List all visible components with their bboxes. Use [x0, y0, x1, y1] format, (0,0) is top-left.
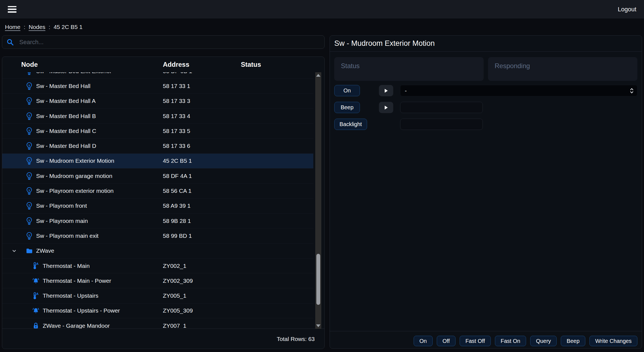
detail-body: Status Responding On - Beep Backlight — [330, 52, 642, 331]
table-row[interactable]: A Thermostat - Upstairs ZY005_1 — [2, 288, 313, 303]
action-button-query[interactable]: Query — [530, 336, 557, 346]
vertical-scrollbar[interactable] — [315, 72, 321, 329]
run-command-button[interactable] — [379, 85, 393, 96]
action-bar: OnOffFast OffFast OnQueryBeepWrite Chang… — [330, 331, 642, 348]
lightbulb-icon — [26, 172, 33, 180]
chevron-down-icon[interactable] — [12, 249, 26, 253]
node-address: 58 17 33 4 — [163, 113, 241, 119]
app-root: Logout Home:Nodes:45 2C B5 1 Node Addres… — [0, 0, 644, 352]
node-name: ZWave - Garage Mandoor — [43, 322, 110, 329]
beep-value-input[interactable] — [400, 102, 483, 113]
table-row[interactable]: Sw - Playroom main exit 58 99 BD 1 — [2, 228, 313, 243]
main-content: Node Address Status Sw - Master Bed Exit… — [0, 35, 644, 349]
lightbulb-icon — [26, 97, 33, 105]
search-box — [2, 35, 325, 49]
lightbulb-icon — [26, 232, 33, 240]
backlight-command-button[interactable]: Backlight — [334, 119, 367, 130]
node-name: Sw - Master Bed Hall — [36, 83, 90, 89]
table-row[interactable]: Sw - Playroom exterior motion 58 56 CA 1 — [2, 183, 313, 198]
scroll-up-arrow-icon[interactable] — [316, 74, 320, 77]
node-name: Sw - Playroom main exit — [36, 233, 98, 239]
table-row[interactable]: A Thermostat - Main ZY002_1 — [2, 258, 313, 273]
lock-icon — [32, 322, 39, 329]
node-name: Sw - Master Bed Hall A — [36, 98, 96, 104]
table-row[interactable]: Thermostat - Main - Power ZY002_309 — [2, 273, 313, 288]
command-value-select[interactable]: - — [400, 85, 637, 96]
scroll-down-arrow-icon[interactable] — [316, 324, 320, 327]
node-name: ZWave — [36, 247, 54, 254]
lightbulb-icon — [26, 187, 33, 195]
action-button-off[interactable]: Off — [437, 336, 456, 346]
status-card: Status — [334, 57, 484, 81]
table-row[interactable]: ZWave - Garage Mandoor ZY007_1 — [2, 318, 313, 329]
action-button-beep[interactable]: Beep — [561, 336, 585, 346]
node-address: 58 56 CA 1 — [163, 188, 241, 194]
lightbulb-icon — [26, 72, 33, 75]
run-command-button[interactable] — [379, 102, 393, 113]
node-name: Sw - Master Bed Exit Exterior — [36, 72, 112, 74]
column-header-status: Status — [241, 61, 324, 68]
action-button-write-changes[interactable]: Write Changes — [589, 336, 637, 346]
node-address: ZY007_1 — [163, 322, 241, 329]
table-row[interactable]: Sw - Playroom front 58 A9 39 1 — [2, 199, 313, 214]
search-input[interactable] — [19, 39, 320, 46]
node-address: 58 17 33 5 — [163, 128, 241, 134]
thermometer-icon: A — [32, 262, 39, 270]
table-header: Node Address Status — [2, 57, 324, 72]
play-icon — [384, 88, 388, 93]
on-command-button[interactable]: On — [334, 85, 360, 96]
table-rows: Sw - Master Bed Exit Exterior 58 DF 6B 1… — [2, 72, 313, 329]
beep-command-button[interactable]: Beep — [334, 102, 360, 113]
node-name: Sw - Master Bed Hall C — [36, 128, 96, 134]
command-row: On - — [334, 85, 637, 96]
action-button-fast-off[interactable]: Fast Off — [460, 336, 491, 346]
backlight-value-input[interactable] — [400, 119, 483, 130]
node-address: ZY002_1 — [163, 263, 241, 269]
table-row[interactable]: ZWave — [2, 244, 313, 258]
action-button-fast-on[interactable]: Fast On — [495, 336, 526, 346]
node-detail-panel: Sw - Mudroom Exterior Motion Status Resp… — [330, 35, 642, 349]
table-row[interactable]: Sw - Master Bed Hall D 58 17 33 6 — [2, 138, 313, 153]
action-button-on[interactable]: On — [414, 336, 433, 346]
node-name: Thermostat - Upstairs — [43, 292, 98, 299]
node-name: Thermostat - Main - Power — [43, 278, 111, 284]
table-row[interactable]: Sw - Playroom main 58 9B 28 1 — [2, 214, 313, 228]
table-row[interactable]: Thermostat - Upstairs - Power ZY005_309 — [2, 303, 313, 318]
node-address: ZY005_1 — [163, 292, 241, 299]
node-address: 58 9B 28 1 — [163, 218, 241, 224]
node-address: ZY002_309 — [163, 278, 241, 284]
breadcrumb-item-home[interactable]: Home — [5, 24, 20, 30]
table-row[interactable]: Sw - Master Bed Hall C 58 17 33 5 — [2, 124, 313, 138]
table-row[interactable]: Sw - Master Bed Hall 58 17 33 1 — [2, 79, 313, 94]
table-row[interactable]: Sw - Mudroom Exterior Motion 45 2C B5 1 — [2, 154, 313, 169]
logout-button[interactable]: Logout — [618, 6, 636, 13]
table-row[interactable]: Sw - Master Bed Exit Exterior 58 DF 6B 1 — [2, 72, 313, 79]
breadcrumb-separator: : — [24, 24, 25, 30]
node-name: Sw - Master Bed Hall B — [36, 113, 96, 119]
table-row[interactable]: Sw - Master Bed Hall A 58 17 33 3 — [2, 94, 313, 109]
status-card-label: Status — [341, 62, 477, 70]
node-address: 58 A9 39 1 — [163, 202, 241, 209]
table-row[interactable]: Sw - Mudroom garage motion 58 DF 4A 1 — [2, 169, 313, 183]
node-address: 58 DF 4A 1 — [163, 173, 241, 179]
scrollbar-thumb[interactable] — [316, 254, 320, 305]
node-name: Sw - Playroom exterior motion — [36, 188, 114, 194]
node-address: 58 17 33 3 — [163, 98, 241, 104]
lightbulb-icon — [26, 112, 33, 120]
column-header-node: Node — [2, 61, 163, 68]
breadcrumb-item-nodes[interactable]: Nodes — [29, 24, 45, 30]
hamburger-menu-icon[interactable] — [8, 6, 17, 13]
detail-title: Sw - Mudroom Exterior Motion — [330, 36, 642, 52]
table-body: Sw - Master Bed Exit Exterior 58 DF 6B 1… — [2, 72, 324, 329]
lightbulb-icon — [26, 82, 33, 90]
node-name: Sw - Master Bed Hall D — [36, 143, 96, 149]
node-address: 58 DF 6B 1 — [163, 72, 241, 74]
command-row: Backlight — [334, 119, 637, 130]
play-icon — [384, 105, 388, 110]
command-controls: On - Beep Backlight — [334, 85, 637, 130]
svg-text:A: A — [36, 292, 38, 295]
table-row[interactable]: Sw - Master Bed Hall B 58 17 33 4 — [2, 109, 313, 124]
node-name: Sw - Playroom main — [36, 218, 88, 224]
thermometer-icon: A — [32, 292, 39, 300]
lightbulb-icon — [26, 202, 33, 210]
